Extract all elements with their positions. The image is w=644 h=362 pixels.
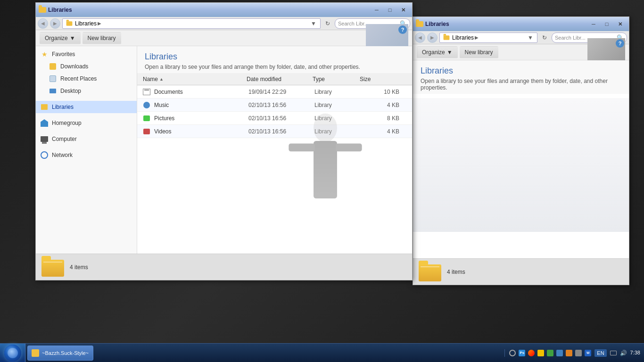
libraries-header: Libraries Open a library to see your fil… [137,46,412,73]
libraries-icon [41,103,48,111]
window1-address-dropdown[interactable]: ▼ [310,20,317,27]
volume-icon[interactable]: 🔊 [620,349,627,357]
window1-folder-icon [39,6,46,14]
videos-lib-icon [143,128,150,135]
window1-main-content: ★ Favorites Downloads Rec [36,46,412,254]
window1-toolbar: Organize ▼ New library ? [36,30,412,46]
tray-icon-blue[interactable] [556,349,563,357]
tray-icon-green[interactable] [546,349,554,357]
desktop: Libraries ─ □ ✕ ◀ ▶ Libraries ▶ ▼ ↻ Sear… [0,0,644,362]
sidebar-item-favorites[interactable]: ★ Favorites [36,48,137,60]
table-row[interactable]: Pictures 02/10/13 16:56 Library 8 KB [137,112,412,125]
network-icon [41,151,48,159]
col-type-header[interactable]: Type [311,76,358,82]
favorites-section: ★ Favorites Downloads Rec [36,46,137,99]
window1-status-bar: 4 items [36,254,412,280]
libraries-desc: Open a library to see your files and arr… [145,64,405,70]
table-row[interactable]: Music 02/10/13 16:56 Library 4 KB [137,99,412,112]
window2-libraries-desc: Open a library to see your files and arr… [421,78,621,91]
window1-address-input[interactable]: Libraries ▶ ▼ [62,18,321,29]
window2-watermark: TOKYO GHOUL [566,249,623,256]
window1-help-icon[interactable]: ? [398,25,407,34]
file-size-pictures: 8 KB [362,115,399,122]
window1-maximize-btn[interactable]: □ [384,5,396,15]
window2-controls: ─ □ ✕ [587,19,626,29]
homegroup-icon [41,119,48,127]
taskbar-items: ~Bazzh.Suck-Style~ [25,346,501,361]
window2-file-list [413,94,629,258]
sort-arrow: ▲ [159,77,164,82]
window2-back-btn[interactable]: ◀ [415,33,425,43]
file-type-documents: Library [314,89,362,95]
tray-icons: Ps [504,349,592,357]
tray-icon-ps[interactable]: Ps [518,349,526,357]
file-type-videos: Library [314,128,362,135]
window2-new-library-btn[interactable]: New library [460,46,498,58]
window2-address-text: Libraries ▶ [452,34,479,41]
window2-minimize-btn[interactable]: ─ [587,19,600,29]
file-date-music: 02/10/13 16:56 [248,102,314,108]
sidebar-item-recent-places[interactable]: Recent Places [36,73,137,85]
window1-forward-btn[interactable]: ▶ [50,18,60,29]
col-size-header[interactable]: Size [358,76,396,82]
column-headers: Name ▲ Date modified Type Size [137,73,412,85]
file-type-music: Library [314,102,362,108]
table-row[interactable]: Videos 02/10/13 16:56 Library 4 KB [137,125,412,138]
window2-forward-btn[interactable]: ▶ [427,33,438,43]
window2-maximize-btn[interactable]: □ [601,19,613,29]
window2-address-input[interactable]: Libraries ▶ ▼ [439,33,537,43]
window2-help-icon[interactable]: ? [616,39,624,48]
start-orb [4,345,21,362]
tray-icon-network[interactable] [509,349,516,357]
sidebar-item-computer[interactable]: Computer [36,133,137,145]
sidebar-item-libraries[interactable]: Libraries [36,101,137,113]
file-size-documents: 10 KB [362,89,399,95]
window1-close-btn[interactable]: ✕ [397,5,409,15]
file-name-music: Music [154,102,248,108]
file-name-pictures: Pictures [154,115,248,122]
window2-address-dropdown[interactable]: ▼ [527,34,534,41]
taskbar-window-btn[interactable]: ~Bazzh.Suck-Style~ [27,346,93,361]
col-date-header[interactable]: Date modified [245,76,311,82]
table-row[interactable]: Documents 19/09/14 22:29 Library 10 KB [137,85,412,99]
computer-section: Computer [36,131,137,147]
window1-new-library-btn[interactable]: New library [83,32,121,44]
window1-organize-btn[interactable]: Organize ▼ [40,32,81,44]
language-indicator[interactable]: EN [594,349,606,357]
window2-close-btn[interactable]: ✕ [614,19,626,29]
window-2: Libraries ─ □ ✕ ◀ ▶ Libraries ▶ ▼ ↻ Sear… [413,16,629,285]
system-tray: Ps [501,349,644,357]
window2-libraries-title: Libraries [421,66,621,76]
window2-toolbar: Organize ▼ New library ? [413,44,629,60]
window1-minimize-btn[interactable]: ─ [371,5,383,15]
window2-organize-btn[interactable]: Organize ▼ [417,46,458,58]
network-status-icon[interactable] [610,349,617,357]
window2-content: Libraries Open a library to see your fil… [413,60,629,258]
tray-icon-word[interactable]: W [584,349,592,357]
tray-icon-orange[interactable] [565,349,573,357]
pictures-lib-icon [143,115,150,122]
sidebar-item-downloads[interactable]: Downloads [36,60,137,73]
window2-titlebar: Libraries ─ □ ✕ [413,17,629,31]
start-button[interactable] [0,344,25,362]
window2-refresh-btn[interactable]: ↻ [539,33,550,43]
window1-back-btn[interactable]: ◀ [38,18,48,29]
window1-titlebar: Libraries ─ □ ✕ [36,3,412,17]
tray-icon-yellow[interactable] [537,349,545,357]
tray-icon-gray[interactable] [575,349,582,357]
col-name-header[interactable]: Name ▲ [141,76,245,82]
file-size-videos: 4 KB [362,128,399,135]
file-list: Documents 19/09/14 22:29 Library 10 KB M… [137,85,412,254]
file-name-videos: Videos [154,128,248,135]
sidebar-item-homegroup[interactable]: Homegroup [36,117,137,129]
file-date-pictures: 02/10/13 16:56 [248,115,314,122]
libraries-title: Libraries [145,52,405,62]
window1-refresh-btn[interactable]: ↻ [322,18,333,29]
tray-icon-browser[interactable] [528,349,535,357]
computer-icon [41,135,48,143]
sidebar-item-desktop[interactable]: Desktop [36,85,137,97]
sidebar-item-network[interactable]: Network [36,149,137,161]
desktop-icon [49,87,57,95]
window2-folder-icon [416,20,423,28]
window2-libraries-header: Libraries Open a library to see your fil… [413,60,629,94]
